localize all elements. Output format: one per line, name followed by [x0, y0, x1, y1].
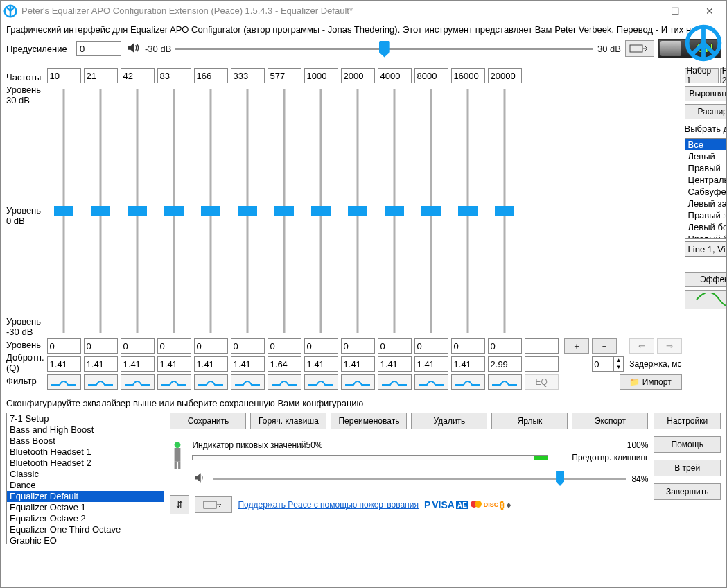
level-input-5[interactable]	[231, 338, 265, 354]
close-icon[interactable]: ✕	[696, 6, 724, 17]
analysis-curve-icon[interactable]	[685, 290, 727, 309]
eq-slider-2[interactable]	[121, 86, 155, 336]
q-input-10[interactable]	[414, 356, 448, 372]
preset-item[interactable]: Graphic EQ	[7, 535, 164, 544]
expand-button[interactable]: Расширить	[685, 104, 727, 119]
filter-type-2[interactable]	[121, 374, 155, 390]
filter-type-6[interactable]	[268, 374, 301, 390]
freq-input-3[interactable]	[157, 68, 191, 83]
set-button-1[interactable]: Набор 1	[685, 68, 719, 83]
preset-item[interactable]: 7-1 Setup	[7, 413, 164, 424]
level-input-3[interactable]	[157, 338, 191, 354]
freq-input-8[interactable]	[341, 68, 375, 83]
clip-checkbox[interactable]	[554, 453, 563, 462]
output-icon[interactable]	[625, 40, 654, 57]
level-input-1[interactable]	[84, 338, 118, 354]
filter-type-1[interactable]	[84, 374, 118, 390]
freq-input-2[interactable]	[121, 68, 155, 83]
preset-item[interactable]: Bass and High Boost	[7, 424, 164, 435]
sort-updown-icon[interactable]: ⇵	[170, 495, 189, 514]
speaker-option[interactable]: Левый задний	[685, 198, 727, 209]
speaker-list[interactable]: ВсеЛевыйПравыйЦентральныйСабвуферЛевый з…	[685, 138, 727, 239]
preset-item[interactable]: Dance	[7, 480, 164, 491]
freq-input-5[interactable]	[231, 68, 265, 83]
level-input-7[interactable]	[304, 338, 338, 354]
level-input-12[interactable]	[488, 338, 522, 354]
tray-button[interactable]: В трей	[654, 460, 721, 476]
level-input-9[interactable]	[378, 338, 412, 354]
speaker-option[interactable]: Правый боковой	[685, 233, 727, 239]
filter-type-10[interactable]	[414, 374, 448, 390]
freq-input-1[interactable]	[84, 68, 118, 83]
level-input-11[interactable]	[451, 338, 485, 354]
preset-item[interactable]: Classic	[7, 469, 164, 480]
eq-slider-8[interactable]	[341, 86, 375, 336]
eq-slider-4[interactable]	[194, 86, 228, 336]
preset-item[interactable]: Equalizer Octave 2	[7, 513, 164, 524]
level-input-2[interactable]	[121, 338, 155, 354]
q-input-0[interactable]	[47, 356, 81, 372]
q-input-7[interactable]	[304, 356, 338, 372]
preamp-slider[interactable]	[175, 37, 593, 60]
filter-type-8[interactable]	[341, 374, 375, 390]
preamp-input[interactable]	[76, 41, 121, 56]
q-input-1[interactable]	[84, 356, 118, 372]
filter-type-4[interactable]	[194, 374, 228, 390]
level-input-8[interactable]	[341, 338, 375, 354]
freq-input-12[interactable]	[488, 68, 522, 83]
speaker-option[interactable]: Правый задний	[685, 209, 727, 221]
preset-item[interactable]: Equalizer Octave 1	[7, 502, 164, 513]
speaker-option[interactable]: Левый боковой	[685, 221, 727, 233]
volume-slider[interactable]	[213, 478, 626, 480]
speaker-icon[interactable]	[125, 40, 141, 58]
flatten-button[interactable]: Выровнять	[685, 86, 727, 101]
level-input-10[interactable]	[414, 338, 448, 354]
eq-slider-0[interactable]	[47, 86, 81, 336]
filter-type-7[interactable]	[304, 374, 338, 390]
q-input-12[interactable]	[488, 356, 522, 372]
preset-item[interactable]: Bass Boost	[7, 435, 164, 447]
export-button[interactable]: Экспорт	[572, 413, 648, 429]
level-input-4[interactable]	[194, 338, 228, 354]
shortcut-button[interactable]: Ярлык	[491, 413, 568, 429]
speaker-option[interactable]: Правый	[685, 162, 727, 174]
eq-slider-1[interactable]	[84, 86, 118, 336]
eq-slider-3[interactable]	[157, 86, 191, 336]
q-input-5[interactable]	[231, 356, 265, 372]
eq-slider-7[interactable]	[304, 86, 338, 336]
eq-slider-10[interactable]	[414, 86, 448, 336]
set-button-2[interactable]: Набор 2	[720, 68, 727, 83]
q-input-8[interactable]	[341, 356, 375, 372]
volume-icon[interactable]	[192, 471, 207, 487]
preset-item[interactable]: Bluetooth Headset 1	[7, 447, 164, 458]
eq-slider-12[interactable]	[488, 86, 522, 336]
level-input-extra[interactable]	[525, 338, 559, 354]
exit-button[interactable]: Завершить	[654, 483, 721, 500]
save-button[interactable]: Сохранить	[170, 413, 246, 429]
level-input-6[interactable]	[268, 338, 301, 354]
q-input-11[interactable]	[451, 356, 485, 372]
hotkey-button[interactable]: Горяч. клавиша	[250, 413, 326, 429]
preset-item[interactable]: Equalizer One Third Octave	[7, 524, 164, 535]
import-button[interactable]: 📁 Импорт	[620, 374, 682, 390]
q-input-4[interactable]	[194, 356, 228, 372]
remove-band-icon[interactable]: －	[592, 338, 617, 354]
eq-slider-6[interactable]	[268, 86, 301, 336]
effects-button[interactable]: Эффекты	[685, 272, 727, 287]
filter-type-12[interactable]	[488, 374, 522, 390]
freq-input-4[interactable]	[194, 68, 228, 83]
freq-input-9[interactable]	[378, 68, 412, 83]
eq-slider-5[interactable]	[231, 86, 265, 336]
rename-button[interactable]: Переименовать	[331, 413, 407, 429]
speaker-option[interactable]: Все	[685, 139, 727, 150]
speaker-option[interactable]: Левый	[685, 150, 727, 162]
freq-input-10[interactable]	[414, 68, 448, 83]
freq-input-7[interactable]	[304, 68, 338, 83]
device-select[interactable]: Line 1, Virtual Audio Cable	[685, 241, 727, 257]
freq-input-6[interactable]	[268, 68, 301, 83]
filter-type-3[interactable]	[157, 374, 191, 390]
freq-input-11[interactable]	[451, 68, 485, 83]
level-input-0[interactable]	[47, 338, 81, 354]
speaker-option[interactable]: Центральный	[685, 174, 727, 186]
maximize-icon[interactable]: ☐	[661, 6, 689, 17]
